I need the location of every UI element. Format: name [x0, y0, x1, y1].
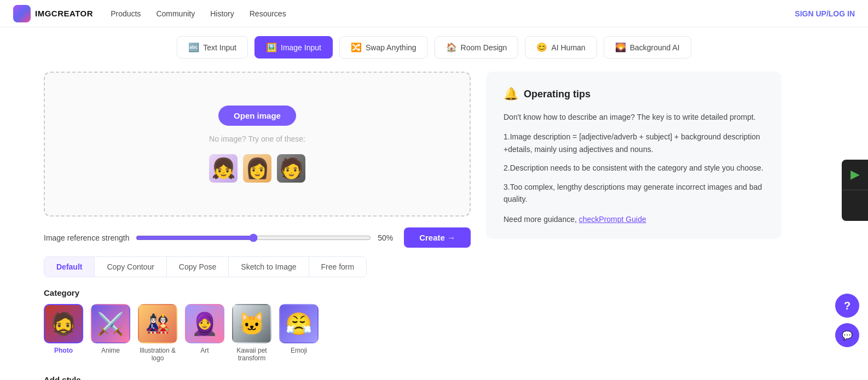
help-button[interactable]: ? [835, 294, 859, 318]
nav-resources[interactable]: Resources [250, 9, 286, 18]
category-emoji-label: Emoji [291, 347, 307, 354]
tab-text-input-label: Text Input [203, 43, 236, 52]
sign-in-button[interactable]: SIGN UP/LOG IN [795, 9, 855, 18]
upload-area[interactable]: Open image No image? Try one of these: 👧… [44, 72, 471, 217]
logo-icon [13, 5, 31, 22]
app-store-buttons: ▶ [842, 160, 868, 221]
mode-tab-sketch-to-image[interactable]: Sketch to Image [229, 257, 309, 277]
category-title: Category [44, 288, 471, 297]
nav-history[interactable]: History [210, 9, 234, 18]
room-icon: 🏠 [446, 42, 457, 52]
play-store-icon: ▶ [850, 167, 860, 182]
upload-hint: No image? Try one of these: [209, 135, 305, 143]
sample-image-2[interactable]: 👩 [243, 154, 271, 183]
create-button[interactable]: Create → [404, 227, 471, 248]
add-style-title: Add style [44, 375, 471, 380]
category-anime-thumb: ⚔️ [91, 304, 130, 343]
sample-image-1[interactable]: 👧 [209, 154, 238, 183]
category-section: Category 🧔 Photo ⚔️ Anime 🎎 [44, 288, 471, 364]
tip-1: 1.Image description = [adjective/adverb … [504, 131, 764, 155]
background-ai-icon: 🌄 [615, 42, 626, 52]
category-illustration[interactable]: 🎎 Illustration & logo [138, 304, 177, 362]
tab-room-label: Room Design [461, 43, 507, 52]
illustration-icon: 🎎 [146, 312, 170, 335]
category-art-label: Art [200, 347, 209, 354]
ai-human-icon: 😊 [536, 42, 547, 52]
tips-list: 1.Image description = [adjective/adverb … [504, 131, 764, 205]
category-kawaii-label: Kawaii pet transform [232, 347, 271, 362]
google-play-button[interactable]: ▶ [842, 160, 868, 190]
nav-products[interactable]: Products [111, 9, 141, 18]
strength-slider[interactable] [136, 233, 371, 242]
strength-row: Image reference strength 50% Create → [44, 227, 471, 248]
art-icon: 🧕 [191, 311, 218, 337]
bell-icon: 🔔 [504, 87, 518, 101]
tab-bar: 🔤 Text Input 🖼️ Image Input 🔀 Swap Anyth… [0, 27, 868, 67]
mode-tab-copy-pose[interactable]: Copy Pose [167, 257, 229, 277]
mode-tab-default[interactable]: Default [44, 257, 95, 277]
category-anime-label: Anime [101, 347, 120, 354]
prompt-guide-link[interactable]: checkPrompt Guide [579, 215, 646, 224]
sample-image-3[interactable]: 🧑 [277, 154, 305, 183]
tab-swap-anything[interactable]: 🔀 Swap Anything [339, 36, 428, 59]
tab-background-ai-label: Background AI [630, 43, 680, 52]
emoji-icon: 😤 [285, 311, 313, 337]
category-grid: 🧔 Photo ⚔️ Anime 🎎 Illustration & logo [44, 304, 471, 364]
add-style-section: Add style 🐈 [44, 375, 471, 380]
category-emoji[interactable]: 😤 Emoji [279, 304, 319, 362]
category-photo[interactable]: 🧔 Photo [44, 304, 83, 362]
tips-title: Operating tips [524, 89, 591, 100]
tab-ai-human[interactable]: 😊 AI Human [525, 36, 597, 59]
float-buttons: ? 💬 [835, 294, 859, 347]
sample-portrait-1-icon: 👧 [211, 157, 236, 180]
category-art-thumb: 🧕 [185, 304, 224, 343]
category-anime[interactable]: ⚔️ Anime [91, 304, 130, 362]
mode-tab-copy-contour[interactable]: Copy Contour [95, 257, 166, 277]
sample-portrait-3-icon: 🧑 [279, 157, 304, 180]
kawaii-icon: 🐱 [238, 311, 265, 337]
strength-value: 50% [378, 233, 397, 242]
tab-background-ai[interactable]: 🌄 Background AI [604, 36, 691, 59]
tab-room-design[interactable]: 🏠 Room Design [435, 36, 519, 59]
category-kawaii-thumb: 🐱 [232, 304, 271, 343]
tab-swap-label: Swap Anything [366, 43, 416, 52]
mode-tabs: Default Copy Contour Copy Pose Sketch to… [44, 256, 367, 277]
chat-icon: 💬 [842, 330, 853, 341]
mode-tab-free-form[interactable]: Free form [309, 257, 367, 277]
left-panel: Open image No image? Try one of these: 👧… [44, 72, 471, 380]
image-input-icon: 🖼️ [266, 42, 277, 52]
tips-footer: Need more guidance, checkPrompt Guide [504, 215, 764, 224]
right-panel: 🔔 Operating tips Don't know how to descr… [486, 72, 782, 239]
tips-footer-text: Need more guidance, [504, 215, 579, 224]
tab-image-input[interactable]: 🖼️ Image Input [254, 36, 333, 59]
category-emoji-thumb: 😤 [279, 304, 319, 343]
nav-links: Products Community History Resources [111, 9, 286, 18]
category-photo-thumb: 🧔 [44, 304, 83, 343]
nav-community[interactable]: Community [156, 9, 195, 18]
sample-images: 👧 👩 🧑 [209, 154, 305, 183]
category-kawaii[interactable]: 🐱 Kawaii pet transform [232, 304, 271, 362]
category-art[interactable]: 🧕 Art [185, 304, 224, 362]
category-photo-label: Photo [54, 347, 73, 354]
tip-2: 2.Description needs to be consistent wit… [504, 162, 764, 174]
swap-icon: 🔀 [351, 42, 362, 52]
category-illustration-thumb: 🎎 [138, 304, 177, 343]
tab-text-input[interactable]: 🔤 Text Input [177, 36, 248, 59]
anime-icon: ⚔️ [97, 311, 124, 337]
tab-ai-human-label: AI Human [551, 43, 585, 52]
sample-portrait-2-icon: 👩 [245, 157, 270, 180]
category-illustration-label: Illustration & logo [138, 347, 177, 362]
tab-image-input-label: Image Input [281, 43, 321, 52]
open-image-button[interactable]: Open image [218, 106, 296, 126]
tips-intro: Don't know how to describe an image? The… [504, 111, 764, 123]
apple-store-button[interactable] [842, 190, 868, 221]
photo-icon: 🧔 [50, 311, 77, 337]
text-input-icon: 🔤 [188, 42, 199, 52]
tips-header: 🔔 Operating tips [504, 87, 764, 101]
chat-button[interactable]: 💬 [835, 323, 859, 347]
strength-label: Image reference strength [44, 233, 129, 242]
brand-name: IMGCREATOR [35, 9, 93, 18]
tip-3: 3.Too complex, lengthy descriptions may … [504, 181, 764, 206]
logo[interactable]: IMGCREATOR [13, 5, 93, 22]
navbar: IMGCREATOR Products Community History Re… [0, 0, 868, 27]
